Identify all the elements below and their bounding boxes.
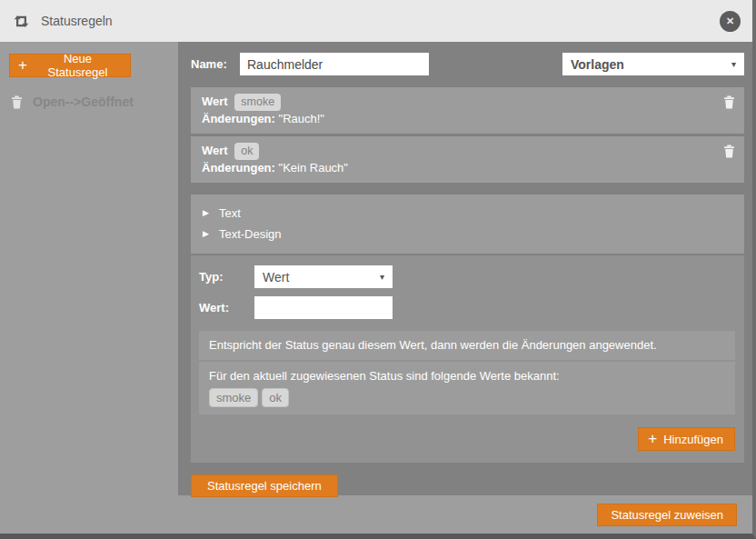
- templates-dropdown[interactable]: Vorlagen ▾: [562, 53, 744, 75]
- main-panel: Name: Vorlagen ▾ Wert smoke Änderungen:: [178, 42, 752, 495]
- rule-row[interactable]: Wert ok Änderungen: "Kein Rauch": [191, 136, 744, 183]
- new-statusregel-button[interactable]: + Neue Statusregel: [9, 54, 131, 77]
- chevron-down-icon: ▾: [380, 273, 384, 282]
- rule-editor-panel: Typ: Wert ▾ Wert: Entspricht der Status …: [191, 255, 744, 463]
- rule-changes-label: Änderungen:: [202, 161, 275, 175]
- section-text-design-label: Text-Design: [219, 227, 282, 241]
- add-value-label: Hinzufügen: [663, 433, 723, 446]
- rule-changes-label: Änderungen:: [202, 112, 275, 125]
- repeat-icon: [12, 12, 31, 31]
- templates-dropdown-value: Vorlagen: [571, 57, 624, 72]
- rule-value-line: Wert ok: [202, 143, 735, 160]
- delete-rule-button[interactable]: [722, 145, 736, 158]
- trash-icon: [722, 145, 736, 158]
- name-row: Name: Vorlagen ▾: [191, 53, 744, 75]
- rule-changes-line: Änderungen: "Kein Rauch": [202, 160, 735, 175]
- add-row: + Hinzufügen: [199, 427, 735, 451]
- known-values: smoke ok: [209, 388, 725, 407]
- chevron-down-icon: ▾: [731, 60, 736, 69]
- sidebar: + Neue Statusregel Open-->Geöffnet: [0, 42, 178, 495]
- rule-row[interactable]: Wert smoke Änderungen: "Rauch!": [191, 87, 744, 134]
- save-statusregel-button[interactable]: Statusregel speichern: [191, 474, 338, 497]
- section-text-design[interactable]: ▶ Text-Design: [203, 224, 732, 245]
- known-value-badge: smoke: [209, 388, 258, 407]
- delete-rule-button[interactable]: [722, 95, 736, 109]
- statusregeln-dialog: Statusregeln ✕ + Neue Statusregel Open--…: [0, 0, 756, 539]
- typ-field-row: Typ: Wert ▾: [199, 265, 735, 288]
- typ-label: Typ:: [199, 270, 254, 284]
- dialog-title: Statusregeln: [41, 14, 113, 28]
- dialog-body: + Neue Statusregel Open-->Geöffnet Name:…: [0, 42, 752, 495]
- sidebar-item-statusregel[interactable]: Open-->Geöffnet: [9, 95, 169, 109]
- hint-box: Entspricht der Status genau diesem Wert,…: [199, 331, 735, 414]
- rule-list: Wert smoke Änderungen: "Rauch!": [191, 87, 744, 183]
- rule-value-badge: ok: [234, 143, 259, 160]
- section-text[interactable]: ▶ Text: [203, 203, 732, 224]
- name-label: Name:: [191, 57, 240, 71]
- collapsed-arrow-icon: ▶: [203, 230, 209, 238]
- typ-dropdown-value: Wert: [263, 270, 289, 284]
- sections-panel: ▶ Text ▶ Text-Design: [191, 195, 744, 254]
- close-button[interactable]: ✕: [720, 11, 741, 32]
- dialog-footer: Statusregel zuweisen: [0, 495, 752, 534]
- hint-known-row: Für den aktuell zugewiesenen Status sind…: [199, 362, 735, 414]
- rule-value-badge: smoke: [234, 94, 281, 111]
- rule-changes-line: Änderungen: "Rauch!": [202, 111, 735, 126]
- plus-icon: +: [18, 57, 27, 73]
- titlebar: Statusregeln ✕: [0, 0, 752, 42]
- wert-label: Wert:: [199, 301, 254, 314]
- assign-statusregel-label: Statusregel zuweisen: [611, 508, 723, 522]
- trash-icon[interactable]: [10, 95, 24, 109]
- hint-known-text: Für den aktuell zugewiesenen Status sind…: [209, 369, 560, 383]
- section-text-label: Text: [219, 206, 241, 220]
- trash-icon: [722, 95, 736, 109]
- hint-match-text: Entspricht der Status genau diesem Wert,…: [209, 338, 657, 352]
- collapsed-arrow-icon: ▶: [203, 209, 209, 217]
- wert-field-row: Wert:: [199, 296, 735, 319]
- rule-field-label: Wert: [202, 144, 228, 157]
- new-statusregel-label: Neue Statusregel: [34, 52, 122, 79]
- rule-changes-text: "Kein Rauch": [279, 161, 348, 175]
- assign-statusregel-button[interactable]: Statusregel zuweisen: [597, 504, 737, 526]
- rule-changes-text: "Rauch!": [279, 112, 324, 125]
- save-statusregel-label: Statusregel speichern: [207, 479, 322, 493]
- plus-icon: +: [648, 431, 657, 446]
- known-value-badge: ok: [262, 388, 289, 407]
- close-icon: ✕: [726, 11, 734, 32]
- add-value-button[interactable]: + Hinzufügen: [638, 427, 735, 451]
- sidebar-item-label: Open-->Geöffnet: [33, 95, 134, 109]
- rule-value-line: Wert smoke: [202, 94, 735, 111]
- rule-field-label: Wert: [202, 95, 228, 108]
- hint-match-row: Entspricht der Status genau diesem Wert,…: [199, 331, 735, 360]
- name-input[interactable]: [240, 53, 429, 75]
- typ-dropdown[interactable]: Wert ▾: [254, 265, 393, 288]
- wert-input[interactable]: [254, 296, 393, 319]
